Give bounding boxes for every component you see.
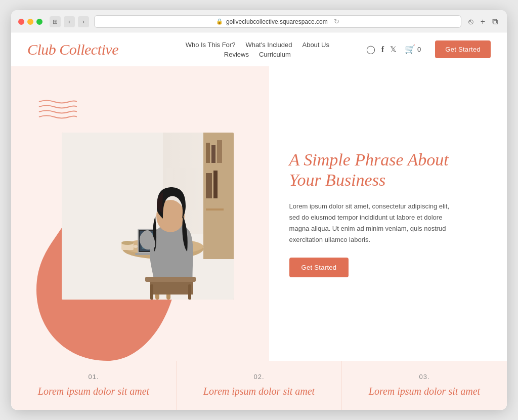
close-button[interactable] xyxy=(18,19,24,25)
tabs-button[interactable]: ⧉ xyxy=(490,16,500,27)
cart-count: 0 xyxy=(417,46,421,53)
nav-whats-link[interactable]: What's Included xyxy=(245,41,292,49)
address-bar[interactable]: 🔒 goliveclubcollective.squarespace.com ↻ xyxy=(94,15,461,28)
hero-body-text: Lorem ipsum dolor sit amet, consectetur … xyxy=(289,201,461,245)
feature-item-1: 01. Lorem ipsum dolor sit amet xyxy=(11,361,177,410)
nav-cta-button[interactable]: Get Started xyxy=(435,40,491,58)
facebook-icon[interactable]: f xyxy=(381,45,384,54)
nav-reviews-link[interactable]: Reviews xyxy=(224,51,249,58)
cart-button[interactable]: 🛒 0 xyxy=(405,44,421,55)
hero-content: A Simple Phrase About Your Business Lore… xyxy=(289,150,461,278)
browser-chrome: ⊞ ‹ › 🔒 goliveclubcollective.squarespace… xyxy=(11,10,507,32)
hero-title: A Simple Phrase About Your Business xyxy=(289,150,461,191)
svg-rect-25 xyxy=(134,245,138,248)
feature-number-3: 03. xyxy=(357,373,492,381)
svg-rect-9 xyxy=(206,208,224,211)
svg-rect-7 xyxy=(206,173,212,198)
svg-rect-29 xyxy=(188,284,191,300)
hero-content-area: A Simple Phrase About Your Business Lore… xyxy=(269,66,507,361)
nav-row-1: Who Is This For? What's Included About U… xyxy=(186,41,329,49)
svg-rect-6 xyxy=(217,140,222,163)
nav-row-2: Reviews Curriculum xyxy=(224,51,291,58)
feature-title-3: Lorem ipsum dolor sit amet xyxy=(357,385,492,398)
forward-button[interactable]: › xyxy=(78,16,89,27)
hero-photo xyxy=(62,133,234,300)
navigation: Club Collective Who Is This For? What's … xyxy=(11,32,507,66)
share-button[interactable]: ⎋ xyxy=(466,16,476,27)
feature-item-3: 03. Lorem ipsum dolor sit amet xyxy=(342,361,507,410)
svg-rect-5 xyxy=(211,145,215,163)
svg-rect-28 xyxy=(150,284,153,300)
hero-section: A Simple Phrase About Your Business Lore… xyxy=(11,66,507,361)
features-section: 01. Lorem ipsum dolor sit amet 02. Lorem… xyxy=(11,361,507,410)
feature-item-2: 02. Lorem ipsum dolor sit amet xyxy=(177,361,342,410)
lock-icon: 🔒 xyxy=(216,18,223,25)
svg-rect-4 xyxy=(206,143,210,163)
feature-number-2: 02. xyxy=(192,373,326,381)
feature-title-2: Lorem ipsum dolor sit amet xyxy=(192,385,326,398)
back-button[interactable]: ‹ xyxy=(64,16,75,27)
svg-rect-8 xyxy=(213,171,218,198)
browser-controls: ⊞ ‹ › xyxy=(50,16,89,27)
nav-social: ◯ f 𝕏 🛒 0 Get Started xyxy=(366,40,491,58)
feature-title-1: Lorem ipsum dolor sit amet xyxy=(26,385,161,398)
maximize-button[interactable] xyxy=(36,19,42,25)
site-logo[interactable]: Club Collective xyxy=(27,41,118,58)
new-tab-button[interactable]: + xyxy=(479,16,487,27)
cart-icon: 🛒 xyxy=(405,44,415,55)
website-content: Club Collective Who Is This For? What's … xyxy=(11,32,507,410)
photo-image xyxy=(62,133,234,300)
nav-about-link[interactable]: About Us xyxy=(302,41,329,49)
wave-decoration xyxy=(36,97,77,122)
traffic-lights xyxy=(18,19,42,25)
hero-image-area xyxy=(11,66,269,361)
minimize-button[interactable] xyxy=(27,19,33,25)
feature-number-1: 01. xyxy=(26,373,161,381)
svg-rect-27 xyxy=(145,277,196,282)
hero-cta-button[interactable]: Get Started xyxy=(289,258,349,277)
browser-actions: ⎋ + ⧉ xyxy=(466,16,500,27)
nav-who-link[interactable]: Who Is This For? xyxy=(186,41,236,49)
browser-window: ⊞ ‹ › 🔒 goliveclubcollective.squarespace… xyxy=(11,10,507,410)
instagram-icon[interactable]: ◯ xyxy=(366,45,375,54)
twitter-icon[interactable]: 𝕏 xyxy=(390,45,397,54)
nav-links: Who Is This For? What's Included About U… xyxy=(149,41,366,58)
sidebar-toggle-button[interactable]: ⊞ xyxy=(50,16,61,27)
refresh-icon: ↻ xyxy=(334,18,339,25)
svg-point-24 xyxy=(121,241,134,245)
url-text: goliveclubcollective.squarespace.com xyxy=(226,18,328,25)
nav-curriculum-link[interactable]: Curriculum xyxy=(259,51,291,58)
